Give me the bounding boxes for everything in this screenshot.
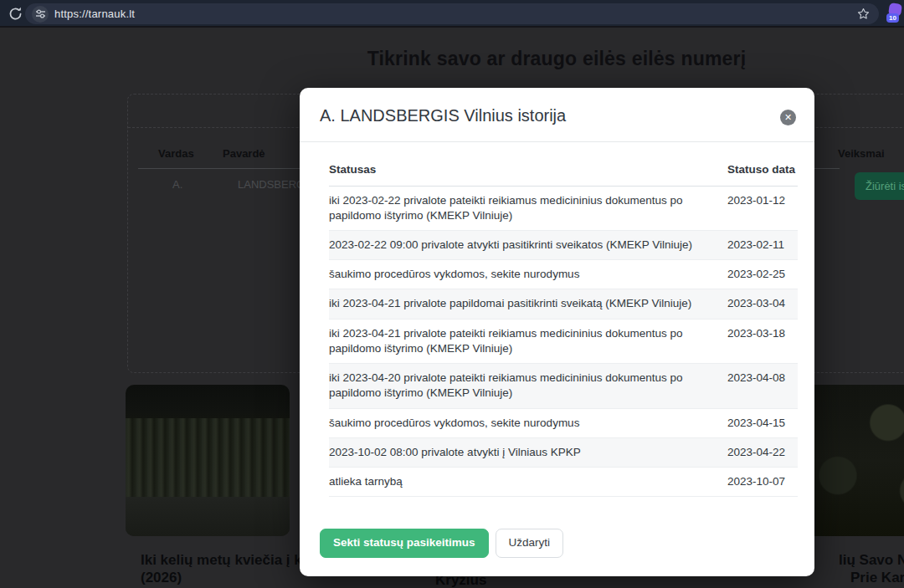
modal-header: A. LANDSBERGIS Vilnius istorija ✕: [300, 88, 814, 142]
status-date-cell: 2023-10-07: [727, 467, 798, 496]
status-cell: šaukimo procedūros vykdomos, sekite nuro…: [329, 408, 727, 437]
status-row: šaukimo procedūros vykdomos, sekite nuro…: [329, 408, 798, 437]
status-cell: 2023-10-02 08:00 privalote atvykti į Vil…: [329, 437, 727, 467]
extension-badge: 10: [886, 13, 899, 23]
column-header-statuso-data: Statuso data: [727, 149, 798, 186]
status-cell: iki 2023-02-22 privalote pateikti reikia…: [329, 186, 727, 230]
status-date-cell: 2023-02-25: [727, 260, 798, 289]
status-date-cell: 2023-03-18: [727, 319, 798, 363]
follow-status-button[interactable]: Sekti statusų pasikeitimus: [320, 529, 489, 558]
status-date-cell: 2023-03-04: [727, 289, 798, 319]
status-cell: atlieka tarnybą: [329, 467, 727, 496]
article-image-formation[interactable]: [126, 385, 290, 536]
article-caption-3-line1[interactable]: lių Savo Noru: [839, 552, 904, 569]
status-row: iki 2023-04-21 privalote pateikti reikia…: [329, 319, 798, 363]
status-cell: 2023-02-22 09:00 privalote atvykti pasit…: [329, 230, 727, 259]
status-table: Statusas Statuso data iki 2023-02-22 pri…: [329, 149, 798, 497]
status-cell: iki 2023-04-20 privalote pateikti reikia…: [329, 364, 727, 408]
ground-texture: [126, 497, 290, 536]
status-row: iki 2023-02-22 privalote pateikti reikia…: [329, 186, 798, 230]
page-title: Tikrink savo ar draugo eilės eilės numer…: [293, 48, 820, 70]
article-caption-1-line1[interactable]: Iki kelių metų kviečia į ka: [141, 552, 310, 569]
status-date-cell: 2023-04-15: [727, 408, 798, 437]
modal-title: A. LANDSBERGIS Vilnius istorija: [320, 106, 566, 125]
cell-vardas: A.: [172, 178, 182, 191]
status-row: atlieka tarnybą2023-10-07: [329, 467, 798, 496]
column-header-vardas: Vardas: [158, 147, 194, 160]
url-text[interactable]: https://tarnauk.lt: [54, 8, 856, 20]
status-row: iki 2023-04-20 privalote pateikti reikia…: [329, 364, 798, 408]
modal-footer: Sekti statusų pasikeitimus Uždaryti: [320, 529, 563, 558]
reload-icon[interactable]: [8, 6, 23, 22]
close-modal-button[interactable]: Uždaryti: [496, 529, 564, 558]
status-table-body: iki 2023-02-22 privalote pateikti reikia…: [329, 186, 798, 497]
column-header-statusas: Statusas: [329, 149, 727, 186]
status-row: 2023-10-02 08:00 privalote atvykti į Vil…: [329, 437, 798, 467]
status-date-cell: 2023-04-08: [727, 364, 798, 408]
status-date-cell: 2023-01-12: [727, 186, 798, 230]
address-bar[interactable]: https://tarnauk.lt: [25, 3, 879, 24]
status-cell: iki 2023-04-21 privalote papildomai pasi…: [329, 289, 727, 319]
browser-toolbar: https://tarnauk.lt 10: [0, 0, 904, 28]
close-icon[interactable]: ✕: [780, 110, 796, 125]
history-modal: A. LANDSBERGIS Vilnius istorija ✕ Status…: [300, 88, 814, 576]
status-cell: šaukimo procedūros vykdomos, sekite nuro…: [329, 260, 727, 289]
status-cell: iki 2023-04-21 privalote pateikti reikia…: [329, 319, 727, 363]
status-row: šaukimo procedūros vykdomos, sekite nuro…: [329, 260, 798, 289]
status-date-cell: 2023-02-11: [727, 230, 798, 259]
status-table-header-row: Statusas Statuso data: [329, 149, 798, 186]
column-header-pavarde: Pavardė: [223, 147, 265, 160]
status-row: 2023-02-22 09:00 privalote atvykti pasit…: [329, 230, 798, 259]
article-caption-1-line2[interactable]: (2026): [141, 570, 182, 586]
soldiers-row-texture: [126, 418, 290, 497]
modal-body: Statusas Statuso data iki 2023-02-22 pri…: [300, 142, 814, 497]
bookmark-star-icon[interactable]: [856, 7, 871, 21]
extension-icon[interactable]: 10: [886, 3, 904, 25]
site-settings-icon[interactable]: [32, 6, 49, 23]
column-header-veiksmai: Veiksmai: [838, 147, 885, 160]
view-history-button[interactable]: Žiūrėti is: [855, 172, 904, 200]
status-date-cell: 2023-04-22: [727, 437, 798, 467]
article-caption-3-line2[interactable]: Prie Kariuomenės: [850, 570, 904, 586]
status-row: iki 2023-04-21 privalote papildomai pasi…: [329, 289, 798, 319]
